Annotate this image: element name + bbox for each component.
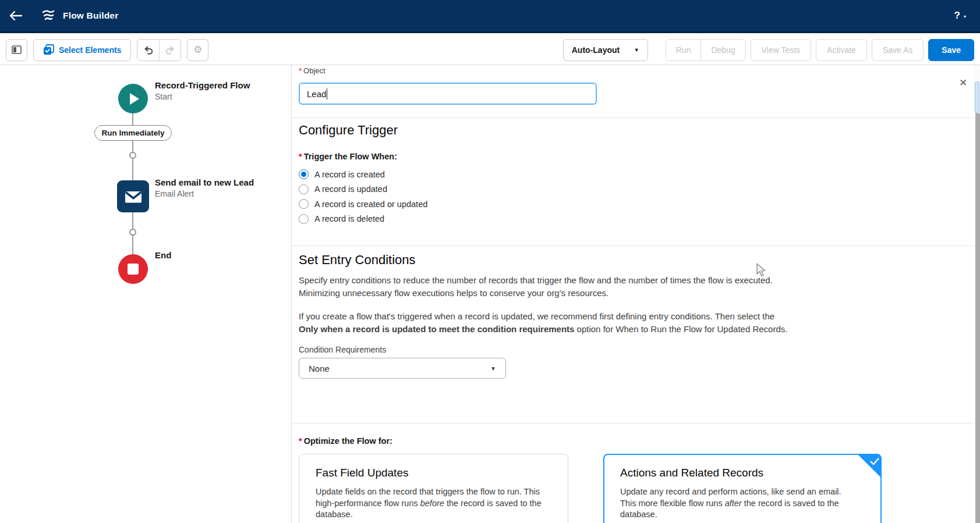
- stop-icon: [128, 264, 139, 275]
- run-immediately-badge[interactable]: Run Immediately: [94, 125, 172, 141]
- required-asterisk: *: [299, 436, 302, 446]
- configure-trigger-heading: Configure Trigger: [299, 123, 398, 138]
- start-configuration-panel: *Object Lead ✕ Configure Trigger *Trigge…: [291, 65, 975, 523]
- run-debug-group: Run Debug: [666, 39, 746, 61]
- card-fast-field-updates[interactable]: Fast Field Updates Update fields on the …: [299, 454, 568, 523]
- required-asterisk: *: [299, 152, 302, 161]
- object-input-value: Lead: [307, 89, 326, 99]
- toggle-toolbox-button[interactable]: [6, 39, 27, 61]
- radio-record-deleted[interactable]: A record is deleted: [299, 212, 427, 227]
- save-as-button[interactable]: Save As: [872, 39, 924, 61]
- email-alert-node[interactable]: [117, 180, 149, 212]
- select-elements-label: Select Elements: [59, 45, 121, 55]
- layout-selector-value: Auto-Layout: [572, 45, 620, 55]
- save-button[interactable]: Save: [928, 39, 974, 61]
- section-divider: [292, 423, 975, 424]
- end-node[interactable]: [118, 254, 148, 284]
- card-actions-related-records[interactable]: Actions and Related Records Update any r…: [603, 454, 882, 523]
- trigger-options-list: A record is created A record is updated …: [299, 167, 427, 226]
- debug-button[interactable]: Debug: [700, 40, 745, 61]
- optimize-cards: Fast Field Updates Update fields on the …: [299, 454, 882, 523]
- object-field-label: *Object: [299, 66, 326, 75]
- object-input[interactable]: Lead: [299, 83, 597, 105]
- condition-requirements-label: Condition Requirements: [299, 345, 386, 354]
- entry-conditions-recommendation: If you create a flow that's triggered wh…: [299, 310, 787, 335]
- trigger-when-label: *Trigger the Flow When:: [299, 152, 397, 161]
- check-icon: [870, 458, 879, 465]
- entry-conditions-heading: Set Entry Conditions: [299, 252, 416, 268]
- add-element-node[interactable]: [129, 152, 136, 159]
- page-title: Flow Builder: [63, 10, 118, 21]
- run-button[interactable]: Run: [666, 40, 701, 61]
- radio-record-created[interactable]: A record is created: [299, 167, 427, 182]
- undo-button[interactable]: [137, 40, 159, 61]
- multi-select-icon: [43, 44, 54, 55]
- chevron-down-icon: ▾: [964, 12, 966, 19]
- back-button[interactable]: [0, 0, 31, 31]
- scrollbar-edge: [975, 113, 980, 523]
- condition-requirements-value: None: [309, 364, 330, 373]
- activate-button[interactable]: Activate: [816, 39, 867, 61]
- radio-button: [299, 184, 309, 194]
- required-asterisk: *: [299, 66, 302, 75]
- entry-conditions-description: Specify entry conditions to reduce the n…: [299, 274, 773, 299]
- start-node[interactable]: [118, 84, 148, 113]
- settings-button[interactable]: ⚙: [187, 39, 208, 61]
- end-node-label: End: [155, 250, 171, 260]
- add-element-node[interactable]: [129, 229, 136, 236]
- panel-toggle-icon: [12, 45, 22, 54]
- app-header: Flow Builder ? ▾: [0, 0, 980, 33]
- help-icon: ?: [954, 10, 960, 22]
- redo-icon: [165, 45, 175, 55]
- back-arrow-icon: [9, 10, 23, 21]
- close-icon: ✕: [959, 77, 967, 88]
- flow-builder-logo-icon: [40, 7, 57, 24]
- section-divider: [292, 246, 975, 246]
- gear-icon: ⚙: [193, 44, 202, 56]
- main-area: Record-Triggered Flow Start Run Immediat…: [0, 65, 980, 523]
- layout-selector[interactable]: Auto-Layout ▼: [563, 39, 648, 61]
- radio-button: [299, 214, 309, 224]
- chevron-down-icon: ▼: [634, 47, 639, 53]
- envelope-icon: [123, 188, 143, 205]
- radio-button: [299, 199, 309, 209]
- undo-icon: [143, 45, 154, 55]
- email-node-label: Send email to new Lead Email Alert: [155, 177, 254, 198]
- redo-button[interactable]: [159, 40, 181, 61]
- close-panel-button[interactable]: ✕: [959, 77, 967, 89]
- card-body: Update fields on the record that trigger…: [316, 486, 551, 521]
- undo-redo-group: [137, 39, 181, 61]
- text-cursor: [327, 88, 327, 99]
- radio-button: [299, 169, 309, 179]
- radio-record-updated[interactable]: A record is updated: [299, 182, 427, 197]
- card-body: Update any record and perform actions, l…: [620, 486, 859, 521]
- radio-record-created-or-updated[interactable]: A record is created or updated: [299, 197, 427, 212]
- start-node-label: Record-Triggered Flow Start: [155, 80, 250, 101]
- selected-corner: [858, 454, 881, 478]
- scrollbar-thumb[interactable]: [975, 81, 979, 113]
- chevron-down-icon: ▼: [490, 365, 496, 372]
- play-icon: [130, 93, 139, 105]
- scrollbar-track[interactable]: [974, 65, 980, 523]
- help-menu[interactable]: ? ▾: [954, 0, 966, 31]
- view-tests-button[interactable]: View Tests: [751, 39, 811, 61]
- optimize-flow-label: *Optimize the Flow for:: [299, 436, 392, 446]
- select-elements-button[interactable]: Select Elements: [33, 39, 131, 61]
- toolbar-right-group: Auto-Layout ▼ Run Debug View Tests Activ…: [563, 39, 974, 61]
- condition-requirements-dropdown[interactable]: None ▼: [299, 358, 506, 379]
- section-divider: [292, 118, 975, 118]
- toolbar: Select Elements ⚙ Auto-Layout ▼ Run Debu…: [0, 35, 980, 65]
